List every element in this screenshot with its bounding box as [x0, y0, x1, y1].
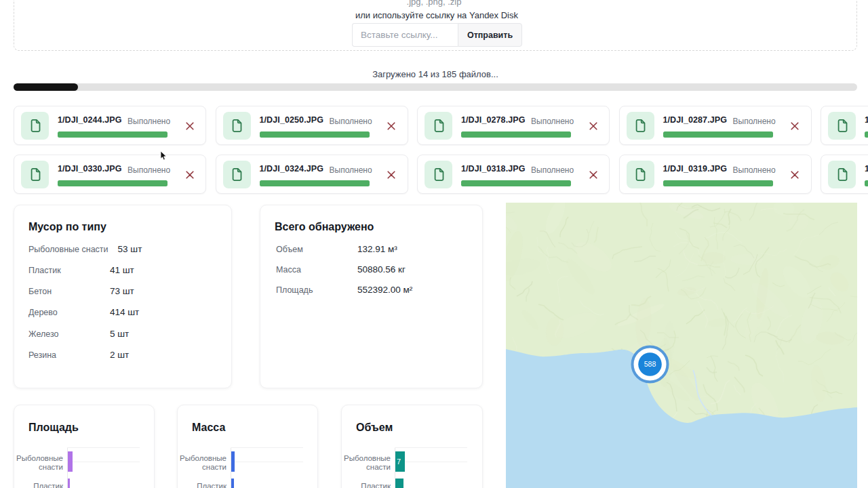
svg-text:588: 588 — [644, 360, 656, 368]
